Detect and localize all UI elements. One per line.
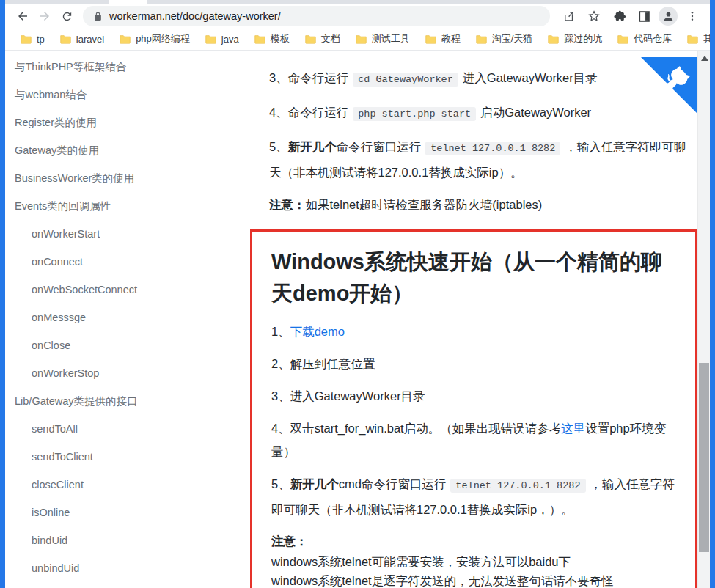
step-3-paragraph: 3、命令行运行cd GatewayWorker进入GatewayWorker目录 <box>269 66 697 92</box>
bookmark-label: tp <box>37 34 45 45</box>
sidebar-item-businessworker[interactable]: BusinessWorker类的使用 <box>5 164 221 192</box>
folder-icon <box>120 34 131 44</box>
active-tab-bottom <box>109 0 147 4</box>
sidebar-item-sendtoclient[interactable]: sendToClient <box>5 443 221 471</box>
forward-arrow-icon <box>38 10 51 23</box>
folder-icon <box>476 34 487 44</box>
note-paragraph: 注意：如果telnet超时请检查服务器防火墙(iptables) <box>269 193 697 216</box>
bookmark-folder[interactable]: 模板 <box>248 30 296 48</box>
sidebar-item-binduid[interactable]: bindUid <box>5 526 221 554</box>
bookmark-folder[interactable]: 测试工具 <box>349 30 417 48</box>
reload-button[interactable] <box>56 6 77 26</box>
window-left-border <box>0 0 5 588</box>
bookmark-folder[interactable]: 代码仓库 <box>611 30 678 48</box>
bookmark-folder[interactable]: tp <box>14 32 51 47</box>
doc-sidebar: 与ThinkPHP等框架结合 与webman结合 Register类的使用 Ga… <box>5 51 221 588</box>
inline-code: telnet 127.0.0.1 8282 <box>450 479 585 493</box>
profile-avatar[interactable] <box>659 7 678 26</box>
sidebar-item-onworkerstop[interactable]: onWorkerStop <box>5 359 221 387</box>
sidebar-item-unbinduid[interactable]: unbindUid <box>5 554 221 582</box>
github-corner-ribbon[interactable] <box>641 51 697 120</box>
menu-button[interactable] <box>682 6 703 26</box>
bookmark-label: 踩过的坑 <box>564 32 602 45</box>
box-step-5-paragraph: 5、新开几个cmd命令行窗口运行telnet 127.0.0.1 8282，输入… <box>271 472 676 521</box>
box-note-block: 注意： windows系统telnet可能需要安装，安装方法可以baidu下 w… <box>271 530 676 588</box>
sidebar-item-onmesssge[interactable]: onMesssge <box>5 304 221 331</box>
folder-icon <box>21 34 32 44</box>
box-note-label: 注意： <box>271 530 676 552</box>
share-button[interactable] <box>559 6 579 26</box>
bookmark-star-button[interactable] <box>584 6 604 26</box>
folder-icon <box>548 34 559 44</box>
side-panel-icon <box>637 10 651 23</box>
sidebar-item-onworkerstart[interactable]: onWorkerStart <box>5 220 221 248</box>
sidebar-item-onconnect[interactable]: onConnect <box>5 248 221 276</box>
inline-code: php start.php start <box>353 107 476 121</box>
sidebar-item-onwebsocketconnect[interactable]: onWebSocketConnect <box>5 276 221 304</box>
sidebar-item-sendtoall[interactable]: sendToAll <box>5 415 221 443</box>
inline-code: cd GatewayWorker <box>353 73 458 87</box>
three-dots-icon <box>686 10 698 22</box>
sidebar-item-webman[interactable]: 与webman结合 <box>5 81 221 109</box>
star-icon <box>587 10 601 23</box>
sidebar-item-closeclient[interactable]: closeClient <box>5 471 221 499</box>
box-step-4-paragraph: 4、双击start_for_win.bat启动。（如果出现错误请参考这里设置ph… <box>271 416 676 463</box>
back-button[interactable] <box>12 6 33 26</box>
step-5-paragraph: 5、新开几个命令行窗口运行telnet 127.0.0.1 8282，输入任意字… <box>269 135 697 184</box>
sidebar-item-onclose[interactable]: onClose <box>5 331 221 359</box>
sidebar-item-lib-gateway[interactable]: Lib/Gateway类提供的接口 <box>5 387 221 415</box>
address-bar[interactable]: workerman.net/doc/gateway-worker/ <box>83 6 550 26</box>
reload-icon <box>61 10 73 23</box>
folder-icon <box>205 34 216 44</box>
scrollbar-thumb[interactable] <box>699 363 709 552</box>
sidebar-item-gateway[interactable]: Gateway类的使用 <box>5 136 221 164</box>
bookmark-label: laravel <box>76 34 104 45</box>
bookmark-folder[interactable]: laravel <box>54 32 111 47</box>
bookmark-folder[interactable]: 教程 <box>419 30 467 48</box>
bookmark-label: 测试工具 <box>372 32 410 45</box>
bookmark-folder[interactable]: java <box>199 32 246 47</box>
bookmark-label: php网络编程 <box>136 32 190 45</box>
puzzle-icon <box>612 10 626 23</box>
windows-quickstart-title: Windows系统快速开始（从一个精简的聊天demo开始） <box>271 246 676 309</box>
folder-icon <box>356 34 367 44</box>
bookmark-label: 淘宝/天猫 <box>492 32 533 45</box>
bookmark-folder[interactable]: 淘宝/天猫 <box>469 30 540 48</box>
bookmark-folder[interactable]: 踩过的坑 <box>541 30 609 48</box>
bookmark-label: 模板 <box>271 32 290 45</box>
box-note-line: windows系统telnet可能需要安装，安装方法可以baidu下 <box>271 552 676 571</box>
bookmark-label: 代码仓库 <box>634 32 672 45</box>
bookmark-folder[interactable]: 文档 <box>298 30 347 48</box>
bookmarks-bar: tp laravel php网络编程 java 模板 文档 测试工具 教程 淘宝… <box>5 28 710 51</box>
lock-icon <box>93 12 103 21</box>
sidebar-item-thinkphp[interactable]: 与ThinkPHP等框架结合 <box>5 53 221 81</box>
sidebar-item-register[interactable]: Register类的使用 <box>5 109 221 136</box>
bookmark-folder[interactable]: php网络编程 <box>113 30 197 48</box>
doc-content: 3、命令行运行cd GatewayWorker进入GatewayWorker目录… <box>221 51 697 588</box>
folder-icon <box>425 34 436 44</box>
page-scrollbar[interactable] <box>697 51 710 588</box>
side-panel-button[interactable] <box>634 6 654 26</box>
share-icon <box>562 10 576 23</box>
box-note-line: windows系统telnet是逐字符发送的，无法发送整句话请不要奇怪 <box>271 571 676 588</box>
box-step-2-paragraph: 2、解压到任意位置 <box>271 352 676 375</box>
folder-icon <box>254 34 265 44</box>
here-link[interactable]: 这里 <box>561 422 585 435</box>
browser-window: workerman.net/doc/gateway-worker/ <box>0 0 715 588</box>
download-demo-link[interactable]: 下载demo <box>290 325 345 338</box>
sidebar-item-events[interactable]: Events类的回调属性 <box>5 192 221 220</box>
folder-icon <box>687 34 698 44</box>
box-step-3-paragraph: 3、进入GatewayWorker目录 <box>271 384 676 408</box>
inline-code: telnet 127.0.0.1 8282 <box>425 142 560 155</box>
scrollbar-up-arrow-icon[interactable] <box>701 56 708 61</box>
extensions-button[interactable] <box>609 6 629 26</box>
browser-toolbar: workerman.net/doc/gateway-worker/ <box>5 4 710 28</box>
person-icon <box>662 10 675 23</box>
bookmark-label: 教程 <box>441 32 461 45</box>
folder-icon <box>617 34 628 44</box>
bookmark-label: java <box>221 34 239 45</box>
sidebar-item-isonline[interactable]: isOnline <box>5 499 221 526</box>
bookmark-label: 文档 <box>321 32 340 45</box>
forward-button[interactable] <box>34 6 55 26</box>
tab-strip <box>5 0 710 4</box>
